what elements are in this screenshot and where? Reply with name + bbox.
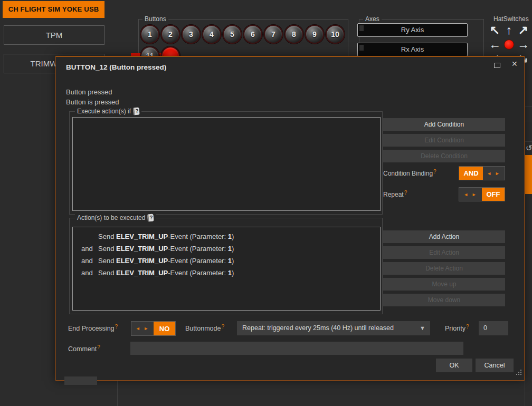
action-list-item[interactable]: andSend ELEV_TRIM_UP-Event (Parameter: 1… <box>73 243 380 255</box>
edit-condition-button[interactable]: Edit Condition <box>383 134 505 147</box>
ok-button[interactable]: OK <box>436 359 472 372</box>
axis-value-indicator <box>359 45 364 51</box>
axis-rx[interactable]: Rx Axis <box>357 43 468 56</box>
axes-group-label: Axes <box>363 15 382 23</box>
event-description-line: Button is pressed <box>66 98 119 106</box>
resize-grip[interactable] <box>520 374 521 375</box>
hat-arrow-ne-icon[interactable]: ↗ <box>516 23 530 37</box>
device-title-header[interactable]: CH FLIGHT SIM YOKE USB <box>3 1 104 18</box>
axis-rx-label: Rx Axis <box>401 45 424 53</box>
help-mark: ? <box>433 169 436 175</box>
app-window: CH FLIGHT SIM YOKE USB TPM TRIMWHEEL But… <box>0 0 532 406</box>
panel-divider <box>525 381 525 406</box>
delete-action-button[interactable]: Delete Action <box>383 262 505 275</box>
joy-button-3[interactable]: 3 <box>182 25 201 44</box>
joy-button-10[interactable]: 10 <box>326 25 345 44</box>
cycle-arrows-icon[interactable]: ◄ ► <box>131 322 154 335</box>
help-mark: ? <box>115 324 118 330</box>
axis-value-indicator <box>359 25 364 31</box>
actions-group-label: Action(s) to be executed ? <box>75 214 156 221</box>
edit-action-button[interactable]: Edit Action <box>383 246 505 259</box>
end-processing-toggle: ◄ ► NO <box>131 321 176 336</box>
close-icon[interactable]: ✕ <box>511 60 518 68</box>
conditions-group-label: Execute action(s) if ? <box>75 108 141 115</box>
add-condition-button[interactable]: Add Condition <box>383 118 505 131</box>
axis-ry[interactable]: Ry Axis <box>357 23 468 37</box>
condition-binding-toggle: AND ◄ ► <box>459 166 505 180</box>
partial-element <box>64 376 97 385</box>
repeat-value[interactable]: OFF <box>482 188 505 201</box>
help-mark: ? <box>466 324 469 330</box>
joy-button-8[interactable]: 8 <box>284 25 303 44</box>
buttons-group-label: Buttons <box>142 15 168 23</box>
move-up-button[interactable]: Move up <box>383 278 505 291</box>
add-action-button[interactable]: Add Action <box>383 230 505 243</box>
end-processing-value[interactable]: NO <box>154 322 175 335</box>
action-list-item[interactable]: andSend ELEV_TRIM_UP-Event (Parameter: 1… <box>73 255 380 267</box>
buttonmode-selected-value: Repeat: triggered every 25ms (40 Hz) unt… <box>242 324 394 332</box>
hat-arrow-e-icon[interactable]: → <box>516 37 530 52</box>
comment-input[interactable] <box>130 342 463 355</box>
divider <box>525 141 532 142</box>
maximize-icon[interactable] <box>494 63 500 68</box>
buttonmode-label: Buttonmode? <box>185 325 224 332</box>
button12-dialog: BUTTON_12 (Button pressed) ✕ Button pres… <box>55 56 525 381</box>
condition-binding-label: Condition Binding? <box>383 170 436 177</box>
actions-listbox[interactable]: Send ELEV_TRIM_UP-Event (Parameter: 1) a… <box>72 227 381 311</box>
comment-field-wrap <box>130 342 463 355</box>
event-type-line: Button pressed <box>66 88 112 96</box>
help-mark: ? <box>404 190 407 196</box>
joy-button-9[interactable]: 9 <box>305 25 324 44</box>
conditions-group-label-text: Execute action(s) if <box>77 108 131 115</box>
hat-arrow-n-icon[interactable]: ↑ <box>502 23 516 37</box>
selected-list-item-edge[interactable] <box>525 155 532 194</box>
joy-button-4[interactable]: 4 <box>202 25 221 44</box>
conditions-listbox[interactable] <box>72 117 381 211</box>
priority-label: Priority? <box>445 325 469 332</box>
chevron-down-icon: ▼ <box>420 321 425 335</box>
hat-arrow-nw-icon[interactable]: ↖ <box>488 23 502 37</box>
joy-button-5[interactable]: 5 <box>223 25 242 44</box>
action-list-item[interactable]: Send ELEV_TRIM_UP-Event (Parameter: 1) <box>73 230 380 243</box>
hatswitches-group-label: HatSwitches <box>491 15 531 23</box>
cycle-arrows-icon[interactable]: ◄ ► <box>483 167 505 180</box>
end-processing-label: End Processing? <box>68 325 118 332</box>
joy-button-7[interactable]: 7 <box>264 25 283 44</box>
repeat-toggle: ◄ ► OFF <box>459 187 505 201</box>
axis-ry-label: Ry Axis <box>401 26 424 34</box>
cancel-button[interactable]: Cancel <box>476 359 514 372</box>
hat-arrow-w-icon[interactable]: ← <box>488 37 502 52</box>
help-book-icon[interactable]: ? <box>147 214 154 222</box>
move-down-button[interactable]: Move down <box>383 294 505 306</box>
divider <box>525 121 532 121</box>
hat-center-dot <box>504 40 514 50</box>
divider <box>525 107 532 107</box>
help-mark: ? <box>221 324 224 330</box>
delete-condition-button[interactable]: Delete Condition <box>383 150 505 162</box>
cycle-arrows-icon[interactable]: ◄ ► <box>459 188 482 201</box>
priority-input[interactable]: 0 <box>479 321 508 335</box>
dialog-title: BUTTON_12 (Button pressed) <box>66 63 166 71</box>
buttonmode-dropdown[interactable]: Repeat: triggered every 25ms (40 Hz) unt… <box>237 321 430 335</box>
binding-value[interactable]: AND <box>459 167 483 180</box>
actions-group-label-text: Action(s) to be executed <box>77 214 145 221</box>
help-book-icon[interactable]: ? <box>132 108 139 115</box>
action-list-item[interactable]: andSend ELEV_TRIM_UP-Event (Parameter: 1… <box>73 267 380 279</box>
joy-button-6[interactable]: 6 <box>243 25 262 44</box>
undo-icon[interactable]: ↺ <box>526 143 532 153</box>
joy-button-1[interactable]: 1 <box>140 25 159 44</box>
help-mark: ? <box>97 344 100 350</box>
sidebar-item-tpm[interactable]: TPM <box>4 25 104 45</box>
panel-divider <box>117 381 118 406</box>
joy-button-2[interactable]: 2 <box>161 25 180 44</box>
repeat-label: Repeat? <box>383 191 407 198</box>
comment-label: Comment? <box>68 345 100 353</box>
